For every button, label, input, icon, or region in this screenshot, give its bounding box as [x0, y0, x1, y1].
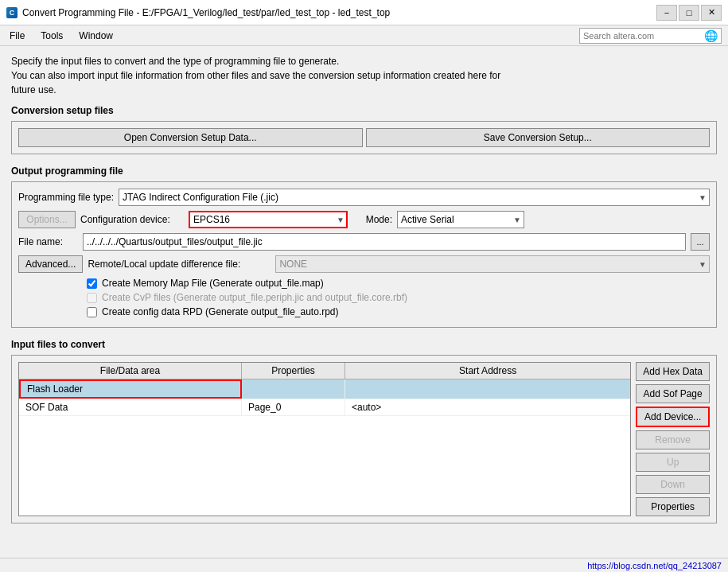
flash-loader-name: Flash Loader — [27, 383, 83, 395]
conversion-setup-label: Conversion setup files — [11, 105, 717, 116]
remote-local-label: Remote/Local update difference file: — [88, 259, 271, 270]
open-conversion-button[interactable]: Open Conversion Setup Data... — [18, 128, 363, 147]
file-table: File/Data area Properties Start Address … — [18, 362, 631, 516]
remote-local-select[interactable]: NONE — [275, 255, 710, 273]
status-url: https://blog.csdn.net/qq_24213087 — [587, 561, 722, 570]
flash-loader-address — [345, 379, 630, 399]
config-data-rpd-label: Create config data RPD (Generate output_… — [102, 306, 339, 317]
col-header-properties: Properties — [242, 363, 345, 379]
advanced-button[interactable]: Advanced... — [18, 255, 83, 273]
save-conversion-button[interactable]: Save Conversion Setup... — [366, 128, 710, 147]
table-row[interactable]: Flash Loader — [19, 379, 630, 399]
checkbox-row-3: Create config data RPD (Generate output_… — [87, 306, 710, 317]
programming-file-type-select[interactable]: JTAG Indirect Configuration File (.jic) — [119, 189, 710, 206]
minimize-button[interactable]: − — [656, 5, 677, 21]
title-bar-left: C Convert Programming File - E:/FPGA/1_V… — [6, 7, 390, 18]
window-title: Convert Programming File - E:/FPGA/1_Ver… — [22, 7, 390, 18]
advanced-remote-row: Advanced... Remote/Local update differen… — [18, 255, 710, 273]
sof-data-name: SOF Data — [25, 402, 68, 413]
config-device-select[interactable]: EPCS16 — [189, 211, 348, 228]
input-files-container: File/Data area Properties Start Address … — [18, 362, 710, 516]
close-button[interactable]: ✕ — [701, 5, 722, 21]
memory-map-label: Create Memory Map File (Generate output_… — [102, 278, 324, 289]
add-hex-data-button[interactable]: Add Hex Data — [636, 362, 710, 381]
globe-icon: 🌐 — [704, 29, 718, 42]
config-device-label: Configuration device: — [80, 214, 184, 225]
mode-select-wrapper: Active Serial ▼ — [397, 211, 524, 228]
menu-window[interactable]: Window — [76, 29, 116, 43]
checkbox-row-2: Create CvP files (Generate output_file.p… — [87, 292, 710, 303]
sof-data-cell: SOF Data — [19, 399, 242, 415]
options-button[interactable]: Options... — [18, 211, 76, 228]
setup-buttons: Open Conversion Setup Data... Save Conve… — [18, 128, 710, 147]
table-body: Flash Loader SOF Data — [19, 379, 630, 416]
window-controls: − □ ✕ — [656, 5, 722, 21]
file-name-input[interactable] — [83, 233, 686, 251]
conversion-setup-section: Open Conversion Setup Data... Save Conve… — [11, 121, 717, 154]
title-bar: C Convert Programming File - E:/FPGA/1_V… — [0, 0, 728, 25]
cvp-files-checkbox[interactable] — [87, 293, 97, 303]
flash-loader-properties — [242, 379, 345, 399]
maximize-button[interactable]: □ — [679, 5, 699, 21]
config-data-rpd-checkbox[interactable] — [87, 307, 97, 317]
input-files-label: Input files to convert — [11, 339, 717, 350]
properties-button[interactable]: Properties — [636, 497, 710, 516]
programming-file-type-row: Programming file type: JTAG Indirect Con… — [18, 189, 710, 206]
menu-file[interactable]: File — [6, 29, 28, 43]
memory-map-checkbox[interactable] — [87, 278, 97, 289]
desc-line2: You can also import input file informati… — [11, 68, 717, 83]
table-header: File/Data area Properties Start Address — [19, 363, 630, 379]
table-row[interactable]: SOF Data Page_0 <auto> — [19, 399, 630, 416]
up-button[interactable]: Up — [636, 453, 710, 472]
status-bar: https://blog.csdn.net/qq_24213087 — [0, 558, 728, 572]
output-section: Programming file type: JTAG Indirect Con… — [11, 181, 717, 328]
output-section-label: Output programming file — [11, 165, 717, 177]
right-buttons-panel: Add Hex Data Add Sof Page Add Device... … — [636, 362, 710, 516]
flash-loader-cell: Flash Loader — [19, 379, 242, 399]
config-device-row: Options... Configuration device: EPCS16 … — [18, 211, 710, 228]
remove-button[interactable]: Remove — [636, 430, 710, 449]
sof-address: <auto> — [345, 399, 630, 415]
mode-label: Mode: — [352, 214, 392, 225]
menu-bar: File Tools Window 🌐 — [0, 25, 728, 46]
add-device-button[interactable]: Add Device... — [636, 407, 710, 427]
mode-select[interactable]: Active Serial — [397, 211, 524, 228]
browse-button[interactable]: ... — [691, 233, 710, 251]
menu-tools[interactable]: Tools — [37, 29, 66, 43]
app-icon: C — [6, 7, 18, 18]
add-sof-page-button[interactable]: Add Sof Page — [636, 384, 710, 403]
main-content: Specify the input files to convert and t… — [0, 46, 728, 572]
search-box[interactable]: 🌐 — [579, 28, 722, 44]
programming-file-type-label: Programming file type: — [18, 192, 114, 203]
config-device-select-wrapper: EPCS16 ▼ — [189, 211, 348, 228]
programming-file-type-select-wrapper: JTAG Indirect Configuration File (.jic) … — [119, 189, 710, 206]
file-name-row: File name: ... — [18, 233, 710, 251]
search-input[interactable] — [583, 31, 703, 41]
desc-line3: future use. — [11, 83, 717, 97]
col-header-file-area: File/Data area — [19, 363, 242, 379]
menu-items: File Tools Window — [6, 29, 116, 43]
cvp-files-label: Create CvP files (Generate output_file.p… — [102, 292, 407, 303]
desc-line1: Specify the input files to convert and t… — [11, 54, 717, 68]
input-files-section: File/Data area Properties Start Address … — [11, 355, 717, 523]
remote-local-select-wrapper: NONE ▼ — [275, 255, 710, 273]
col-header-start-address: Start Address — [345, 363, 630, 379]
sof-properties: Page_0 — [242, 399, 345, 415]
down-button[interactable]: Down — [636, 475, 710, 494]
file-name-label: File name: — [18, 236, 78, 247]
checkbox-row-1: Create Memory Map File (Generate output_… — [87, 278, 710, 289]
description: Specify the input files to convert and t… — [11, 54, 717, 97]
